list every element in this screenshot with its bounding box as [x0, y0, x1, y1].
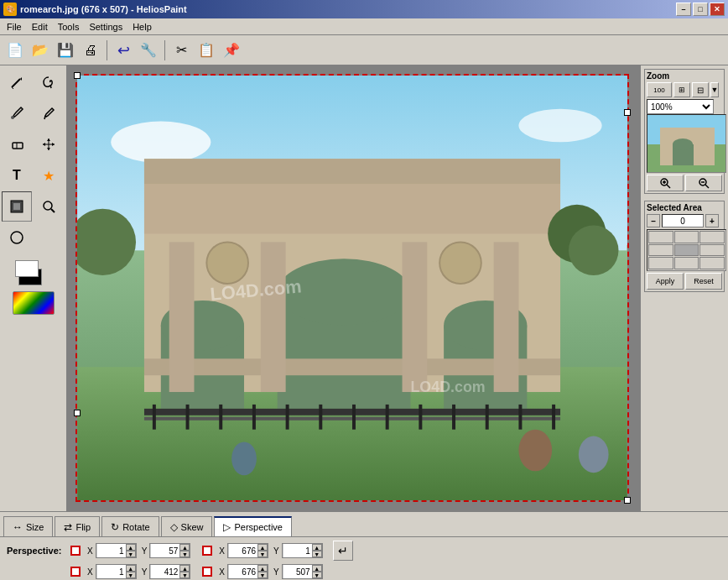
perspective-handle-br[interactable]	[624, 497, 631, 504]
tool-button[interactable]: 🔧	[137, 39, 160, 62]
sa-plus-button[interactable]: +	[705, 214, 719, 227]
corner2-y-spinners: ▲ ▼	[312, 544, 322, 557]
cut-button[interactable]: ✂	[169, 39, 193, 62]
perspective-options-panel: Perspective: X ▲ ▼ Y ▲ ▼	[0, 536, 728, 580]
tab-rotate[interactable]: ↻ Rotate	[101, 516, 159, 536]
eraser-tool[interactable]	[2, 129, 32, 159]
zoom-level-select[interactable]: 100%	[647, 99, 714, 114]
svg-rect-51	[518, 405, 522, 430]
svg-point-17	[518, 109, 601, 143]
perspective-handle-tl[interactable]	[74, 72, 81, 79]
corner2-x-down[interactable]: ▼	[257, 551, 268, 557]
menu-file[interactable]: File	[2, 20, 27, 34]
perspective-handle-bl[interactable]	[74, 410, 81, 416]
zoom-in-button[interactable]	[647, 175, 684, 191]
corner1-x-down[interactable]: ▼	[126, 551, 136, 557]
corner2-x-input[interactable]	[228, 544, 257, 557]
sa-reset-button[interactable]: Reset	[685, 273, 722, 290]
corner1-y-spinners: ▲ ▼	[179, 544, 190, 557]
corner2-y-up[interactable]: ▲	[312, 544, 322, 551]
corner1-y-box: ▲ ▼	[149, 543, 190, 558]
main-layout: T ★	[0, 65, 728, 511]
corner4-x-input[interactable]	[228, 565, 257, 578]
zoom-fit-button[interactable]: ⊟	[692, 82, 709, 97]
grid-bl[interactable]	[648, 257, 673, 269]
color-gradient-display[interactable]	[13, 291, 55, 315]
paste-button[interactable]: 📌	[220, 39, 243, 62]
window-title: romearch.jpg (676 x 507) - HeliosPaint	[20, 4, 187, 14]
svg-rect-41	[186, 405, 190, 430]
corner3-y-input[interactable]	[150, 565, 179, 578]
corner3-x-up[interactable]: ▲	[126, 565, 136, 572]
grid-tc[interactable]	[674, 231, 699, 243]
sa-value-input[interactable]	[662, 214, 704, 227]
corner2-x-up[interactable]: ▲	[257, 544, 268, 551]
grid-ml[interactable]	[648, 244, 673, 257]
corner3-x-down[interactable]: ▼	[126, 572, 136, 578]
grid-tr[interactable]	[699, 231, 725, 243]
unknown-tool[interactable]	[2, 222, 32, 253]
enter-button[interactable]: ↵	[333, 541, 353, 561]
corner1-y-down[interactable]: ▼	[179, 551, 190, 557]
size-icon: ↔	[13, 521, 23, 533]
grid-tl[interactable]	[648, 231, 673, 243]
sa-minus-button[interactable]: –	[647, 214, 660, 227]
zoom-100-button[interactable]: 100	[647, 82, 672, 97]
magnify-tool[interactable]	[34, 191, 64, 222]
corner2-y-down[interactable]: ▼	[312, 551, 322, 557]
close-button[interactable]: ✕	[710, 3, 725, 16]
undo-button[interactable]: ↩	[112, 39, 135, 62]
corner1-x-box: ▲ ▼	[96, 543, 137, 558]
copy-button[interactable]: 📋	[195, 39, 218, 62]
corner4-y-down[interactable]: ▼	[312, 572, 322, 578]
tab-skew[interactable]: ◇ Skew	[161, 516, 213, 536]
minimize-button[interactable]: –	[676, 3, 691, 16]
color-palette[interactable]	[2, 257, 65, 289]
corner2-y-input[interactable]	[283, 544, 312, 557]
open-button[interactable]: 📂	[29, 39, 52, 62]
corner3-y-down[interactable]: ▼	[179, 572, 190, 578]
corner4-y-input[interactable]	[283, 565, 312, 578]
corner1-y-up[interactable]: ▲	[179, 544, 190, 551]
eyedropper-tool[interactable]	[34, 98, 64, 128]
corner1-y-input[interactable]	[150, 544, 179, 557]
zoom-grid-button[interactable]: ⊞	[673, 82, 690, 97]
brush-tool[interactable]	[2, 98, 32, 128]
corner4-x-down[interactable]: ▼	[257, 572, 268, 578]
lasso-tool[interactable]	[34, 67, 64, 97]
zoom-out-button[interactable]	[685, 175, 722, 191]
fill-tool[interactable]	[2, 191, 32, 222]
menu-edit[interactable]: Edit	[27, 20, 53, 34]
corner1-x-up[interactable]: ▲	[126, 544, 136, 551]
grid-mr[interactable]	[699, 244, 725, 257]
perspective-handle-tr[interactable]	[624, 109, 631, 116]
move-tool[interactable]	[34, 129, 64, 159]
zoom-controls: 100 ⊞ ⊟ ▼	[647, 82, 722, 97]
pencil-tool[interactable]	[2, 67, 32, 97]
corner4-y-group: Y ▲ ▼	[273, 564, 323, 579]
tab-size[interactable]: ↔ Size	[3, 516, 53, 536]
save-button[interactable]: 💾	[54, 39, 77, 62]
corner4-y-up[interactable]: ▲	[312, 565, 322, 572]
menu-settings[interactable]: Settings	[84, 20, 127, 34]
sa-apply-button[interactable]: Apply	[647, 273, 684, 290]
corner3-y-up[interactable]: ▲	[179, 565, 190, 572]
canvas-area[interactable]: LO4D.com LO4D.com	[67, 65, 640, 511]
corner3-x-input[interactable]	[96, 565, 126, 578]
zoom-dropdown[interactable]: ▼	[710, 82, 719, 97]
tab-flip[interactable]: ⇄ Flip	[55, 516, 100, 536]
grid-mc[interactable]	[674, 244, 699, 257]
corner1-x-input[interactable]	[96, 544, 126, 557]
text-tool[interactable]: T	[2, 160, 32, 191]
grid-br[interactable]	[699, 257, 725, 269]
corner4-x-up[interactable]: ▲	[257, 565, 268, 572]
menu-tools[interactable]: Tools	[53, 20, 85, 34]
svg-rect-31	[494, 242, 519, 392]
menu-help[interactable]: Help	[127, 20, 157, 34]
star-tool[interactable]: ★	[34, 160, 64, 191]
new-button[interactable]: 📄	[3, 39, 27, 62]
grid-bc[interactable]	[674, 257, 699, 269]
print-button[interactable]: 🖨	[79, 39, 102, 62]
tab-perspective[interactable]: ▷ Perspective	[214, 516, 291, 536]
maximize-button[interactable]: □	[693, 3, 708, 16]
